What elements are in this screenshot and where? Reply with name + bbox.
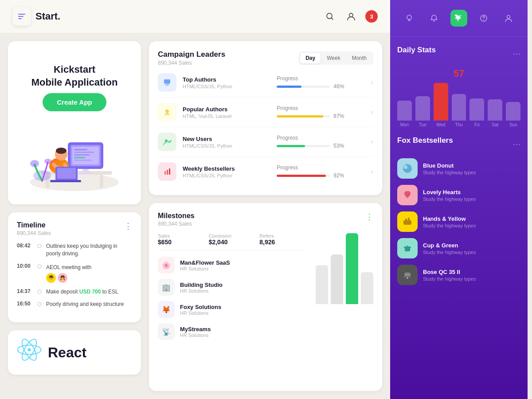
fox-desc: Study the highway types: [423, 276, 520, 282]
svg-rect-14: [74, 154, 90, 156]
sidebar-icon-lightbulb[interactable]: [401, 10, 418, 27]
progress-bar-wrap: 92%: [277, 172, 364, 179]
timeline-text: Make deposit USD 700 to ESL: [46, 288, 118, 296]
fox-bestsellers-title: Fox Bestsellers: [397, 136, 453, 145]
svg-rect-16: [74, 160, 92, 161]
timeline-time: 10:00: [17, 263, 33, 269]
content-grid: Kickstart Mobile Application Create App: [0, 33, 390, 399]
progress-pct: 92%: [333, 172, 344, 179]
left-column: Kickstart Mobile Application Create App: [8, 41, 141, 391]
row-info-authors: Top Authors HTML/CSS/JS, Python: [183, 76, 270, 89]
create-app-button[interactable]: Create App: [43, 93, 106, 111]
stat-refers: Refers 8,926: [259, 233, 307, 246]
profile-button[interactable]: [344, 9, 358, 23]
timeline-card: Timeline 890,344 Sales ⋮ 08:42 Outlines …: [8, 212, 141, 322]
timeline-more-button[interactable]: ⋮: [124, 221, 132, 231]
row-info-newusers: New Users HTML/CSS/JS, Python: [183, 136, 270, 149]
milestones-more-button[interactable]: ⋮: [365, 212, 373, 222]
fox-bestsellers-section: Fox Bestsellers ⋯ Blue Donut Study the h…: [397, 136, 520, 285]
milestone-row: 🦊 Foxy Solutions HR Solutions: [158, 301, 307, 318]
row-name: New Users: [183, 136, 270, 142]
fox-info: Bose QC 35 II Study the highway types: [423, 269, 520, 282]
highlight-amount: USD 700: [79, 289, 101, 295]
daily-stats-chart: Mon Tue Wed Thu Fri: [397, 83, 520, 127]
sidebar-icon-fox[interactable]: [450, 10, 467, 27]
svg-point-35: [165, 140, 168, 143]
tab-month[interactable]: Month: [347, 53, 372, 63]
progress-section: Progress 92%: [277, 164, 364, 179]
timeline-header: Timeline 890,344 Sales ⋮: [17, 221, 132, 236]
tab-week[interactable]: Week: [321, 53, 345, 63]
row-tech: HTML/CSS/JS, Python: [183, 143, 270, 149]
sidebar-top-icons: [390, 0, 528, 37]
search-button[interactable]: [323, 9, 337, 23]
row-tech: HTML/CSS/JS, Python: [183, 173, 270, 178]
progress-section: Progress 46%: [277, 75, 364, 90]
timeline-dot: [37, 244, 42, 248]
svg-rect-8: [100, 175, 103, 188]
progress-pct: 53%: [333, 143, 344, 149]
daily-stats-more[interactable]: ⋯: [512, 49, 520, 59]
kickstart-illustration: [23, 116, 125, 196]
fox-bestsellers-more[interactable]: ⋯: [512, 139, 520, 149]
milestone-name: Foxy Solutions: [180, 304, 307, 310]
fox-name: Lovely Hearts: [423, 189, 520, 196]
milestones-title: Milestones: [158, 212, 195, 220]
row-arrow-button[interactable]: ›: [371, 168, 373, 176]
daily-stats-header: Daily Stats ⋯: [397, 46, 520, 62]
milestone-info: MyStreams HR Solutions: [180, 326, 307, 338]
stat-commission: Comission $2,040: [209, 233, 256, 246]
app-title: Start.: [35, 11, 60, 22]
milestones-list: Sales $650 Comission $2,040 Refers 8,926: [158, 233, 307, 340]
sidebar-icon-help[interactable]: [475, 10, 492, 27]
row-arrow-button[interactable]: ›: [371, 78, 373, 86]
progress-fill: [277, 175, 325, 177]
progress-bar-wrap: 87%: [277, 113, 364, 119]
milestone-info: Man&Flower SaaS HR Solutions: [180, 259, 307, 271]
svg-rect-13: [74, 152, 94, 153]
milestone-sub: HR Solutions: [180, 266, 307, 271]
campaign-title: Campaign Leaders: [158, 50, 225, 59]
timeline-text: Poorly driving and keep structure: [46, 301, 124, 308]
svg-rect-24: [50, 180, 81, 182]
app-header: Start. 3: [0, 0, 390, 33]
row-arrow-button[interactable]: ›: [371, 108, 373, 116]
progress-label: Progress: [277, 75, 364, 82]
bar: [452, 94, 466, 121]
svg-rect-47: [403, 220, 411, 225]
progress-bar: [277, 115, 330, 117]
row-info-bestsellers: Weekly Bestsellers HTML/CSS/JS, Python: [183, 165, 270, 178]
notification-badge[interactable]: 3: [365, 10, 378, 23]
row-arrow-button[interactable]: ›: [371, 138, 373, 146]
sidebar-icon-notification[interactable]: [426, 10, 442, 27]
milestone-name: MyStreams: [180, 326, 307, 332]
milestones-header: Milestones 890,344 Sales ⋮: [158, 212, 373, 227]
svg-rect-18: [79, 172, 92, 174]
milestone-icon: 📡: [158, 323, 175, 340]
campaign-header: Campaign Leaders 890,344 Sales Day Week …: [158, 50, 373, 66]
sidebar: Daily Stats ⋯ 57 Mon Tue Wed: [390, 0, 528, 399]
campaign-row: Top Authors HTML/CSS/JS, Python Progress…: [158, 68, 373, 98]
svg-point-26: [30, 160, 39, 167]
milestone-sub: HR Solutions: [180, 310, 307, 316]
timeline-subtitle: 890,344 Sales: [17, 230, 51, 236]
fox-bestsellers-header: Fox Bestsellers ⋯: [397, 136, 520, 152]
milestones-card: Milestones 890,344 Sales ⋮ Sales $650: [149, 203, 382, 391]
svg-point-45: [404, 165, 407, 169]
svg-rect-50: [405, 248, 410, 251]
timeline-item: 14:37 Make deposit USD 700 to ESL: [17, 288, 132, 296]
milestone-info: Building Studio HR Solutions: [180, 282, 307, 293]
tab-day[interactable]: Day: [300, 53, 321, 63]
progress-pct: 87%: [333, 113, 344, 119]
timeline-item: 16:50 Poorly driving and keep structure: [17, 301, 132, 308]
milestone-sub: HR Solutions: [180, 332, 307, 338]
svg-point-42: [483, 20, 484, 20]
timeline-dot: [37, 264, 42, 269]
sidebar-icon-profile[interactable]: [500, 10, 517, 27]
svg-rect-38: [169, 168, 170, 175]
fox-item: Lovely Hearts Study the highway types: [397, 185, 520, 205]
campaign-row: Weekly Bestsellers HTML/CSS/JS, Python P…: [158, 157, 373, 186]
bar: [506, 102, 520, 121]
progress-bar-wrap: 46%: [277, 83, 364, 90]
fox-info: Blue Donut Study the highway types: [423, 162, 520, 175]
